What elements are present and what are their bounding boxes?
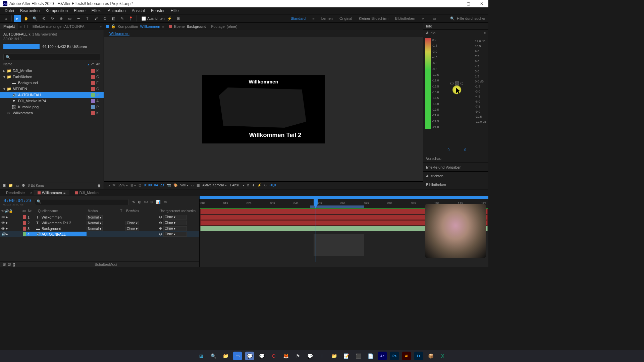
transparency-icon[interactable]: ▦ [197, 183, 200, 187]
col-parent[interactable]: Übergeordnet und verkn. [159, 209, 199, 213]
snap-checkbox[interactable]: Ausrichten [142, 16, 165, 21]
res-dropdown[interactable]: Voll ▾ [180, 183, 188, 187]
channel-icon[interactable]: 🎨 [173, 183, 177, 187]
layer-row-3[interactable]: 👁▸ 3 ▬Background Normal ▾ Ohne ▾ ⊙Ohne ▾ [0, 226, 199, 231]
settings-icon[interactable]: ⚙ [22, 183, 25, 188]
breadcrumb-item[interactable]: Willkommen [109, 32, 129, 36]
clone-tool[interactable]: ⊙ [101, 15, 108, 22]
tree-item-dji-mexiko-mp4[interactable]: ▼DJI_Mexiko.MP4A [0, 98, 104, 104]
zoom-dropdown[interactable]: 25% ▾ [118, 183, 128, 187]
workspace-bibliotheken[interactable]: Bibliotheken [395, 16, 415, 20]
schalter-modi[interactable]: Schalter/Modi [95, 262, 117, 266]
timeline-search[interactable]: 🔍 [35, 199, 129, 205]
interpret-icon[interactable]: ⊞ [3, 183, 6, 188]
selection-tool[interactable]: ▸ [14, 15, 21, 22]
col-art[interactable]: Art [96, 62, 100, 66]
new-comp-icon[interactable]: ▭ [16, 183, 19, 188]
tl-toggle-3[interactable]: {} [13, 262, 15, 266]
layer-name[interactable]: Background [187, 24, 207, 28]
shape-tool[interactable]: ▭ [66, 15, 73, 22]
grid-icon[interactable]: ⊡ [139, 183, 141, 187]
draft-icon[interactable]: ⬇ [252, 183, 255, 187]
effects-tab[interactable]: Effekteinstellungen AUTOUNFA [29, 23, 88, 29]
menu-komposition[interactable]: Komposition [43, 8, 70, 14]
layer-row-1[interactable]: 👁▸ 1 TWillkommen Normal ▾ ⊙Ohne ▾ [0, 214, 199, 220]
home-tool[interactable]: ⌂ [2, 15, 9, 22]
snap-options[interactable]: ⚡ [166, 15, 173, 22]
col-quellenname[interactable]: Quellenname [38, 209, 88, 213]
menu-datei[interactable]: Datei [2, 8, 17, 14]
vorschau-panel[interactable]: Vorschau [423, 154, 488, 163]
layer-row-2[interactable]: 👁▸ 2 TWillkommen Teil 2 Normal ▾ Ohne ▾ … [0, 220, 199, 226]
timeline-time[interactable]: 0:00:04:23 [3, 198, 32, 203]
workspace-more[interactable]: » [422, 16, 424, 20]
folder-icon[interactable]: 📁 [8, 183, 13, 188]
menu-ansicht[interactable]: Ansicht [129, 8, 148, 14]
tree-item-autounfall[interactable]: 🔊AUTOUNFALLM [0, 92, 104, 98]
col-t[interactable]: T [120, 209, 126, 213]
text-tool[interactable]: T [84, 15, 91, 22]
lock-icon[interactable]: 🔒 [111, 24, 116, 28]
comp-name[interactable]: Willkommen [140, 24, 160, 28]
effekte-panel[interactable]: Effekte und Vorgaben [423, 163, 488, 171]
maximize-button[interactable]: ▢ [464, 1, 472, 6]
workspace-kleiner[interactable]: Kleiner Bildschirm [359, 16, 388, 20]
snapshot-icon[interactable]: 📷 [167, 183, 171, 187]
brush-tool[interactable]: 🖌 [92, 15, 100, 22]
pen-tool[interactable]: ✒ [75, 15, 82, 22]
ausrichten-panel[interactable]: Ausrichten [423, 171, 488, 180]
camera-dropdown[interactable]: Aktive Kamera ▾ [202, 183, 227, 187]
viewer-time[interactable]: 0:00:04:23 [144, 183, 164, 187]
project-search[interactable]: 🔍 [3, 54, 100, 60]
bit-depth[interactable]: 8-Bit-Kanal [28, 184, 44, 187]
menu-hilfe[interactable]: Hilfe [168, 8, 181, 14]
workspace-reset[interactable]: ▭ [431, 15, 438, 22]
level-right[interactable]: 0 [464, 148, 466, 152]
tl-tool-4[interactable]: ⊕ [150, 200, 153, 204]
workspace-lernen[interactable]: Lernen [321, 16, 333, 20]
tree-item-willkommen[interactable]: ▭WillkommenK [0, 110, 104, 116]
timeline-tracks[interactable]: :00s01s02s03s04s05s06s07s08s09s10s11s12s [200, 196, 488, 267]
3d-icon[interactable]: ⧉ [247, 183, 249, 187]
orbit-tool[interactable]: ⟲ [40, 15, 47, 22]
help-search[interactable]: 🔍 Hilfe durchsuchen [450, 16, 486, 21]
eraser-tool[interactable]: ◧ [110, 15, 117, 22]
menu-fenster[interactable]: Fenster [148, 8, 167, 14]
tl-tool-2[interactable]: ◐ [138, 200, 141, 204]
rotate-tool[interactable]: ↻ [49, 15, 56, 22]
minimize-button[interactable]: ─ [451, 1, 459, 6]
tl-tool-5[interactable]: 📊 [156, 200, 161, 204]
info-panel-header[interactable]: Info [423, 23, 488, 29]
resolution-dropdown[interactable]: ⊞ ▾ [130, 183, 136, 187]
audio-level-control[interactable]: 0 0 [440, 38, 474, 152]
close-button[interactable]: ✕ [478, 1, 486, 6]
tree-item-medien[interactable]: ▾📁MEDIENC [0, 86, 104, 92]
bibliotheken-panel[interactable]: Bibliotheken [423, 180, 488, 189]
res-toggle[interactable]: ▭ [107, 183, 110, 187]
tab-dji-mexiko[interactable]: DJI_Mexiko [71, 190, 102, 195]
puppet-tool[interactable]: 📍 [127, 15, 135, 22]
tl-toggle-2[interactable]: ⊡ [8, 262, 11, 266]
col-bewmas[interactable]: BewMas [126, 209, 159, 213]
audio-panel-header[interactable]: Audio≡ [423, 29, 488, 36]
viewer[interactable]: Willkommen Willkommen Teil 2 [104, 37, 423, 181]
tab-willkommen[interactable]: Willkommen ≡ [34, 190, 69, 195]
col-modus[interactable]: Modus [88, 209, 120, 213]
col-nr[interactable]: Nr. [28, 209, 38, 213]
views-dropdown[interactable]: 1 Ansi... ▾ [229, 183, 244, 187]
menu-bearbeiten[interactable]: Bearbeiten [17, 8, 42, 14]
tree-item-dji-mexiko[interactable]: ▸📁DJI_MexikoK [0, 68, 104, 74]
workspace-standard[interactable]: Standard [291, 16, 306, 20]
fast-icon[interactable]: ⚡ [257, 183, 261, 187]
zoom-tool[interactable]: 🔍 [31, 15, 39, 22]
project-tab[interactable]: Projekt [0, 23, 18, 29]
snap-grid[interactable]: ⊞ [175, 15, 182, 22]
trash-icon[interactable]: 🗑 [97, 184, 101, 188]
exposure-value[interactable]: +0,0 [269, 183, 276, 187]
col-name[interactable]: Name [3, 62, 88, 66]
tree-item-kursbild-png[interactable]: 🖼Kursbild.pngP [0, 104, 104, 110]
level-left[interactable]: 0 [448, 148, 450, 152]
menu-animation[interactable]: Animation [105, 8, 128, 14]
hand-tool[interactable]: ✋ [22, 15, 30, 22]
workspace-original[interactable]: Original [339, 16, 352, 20]
